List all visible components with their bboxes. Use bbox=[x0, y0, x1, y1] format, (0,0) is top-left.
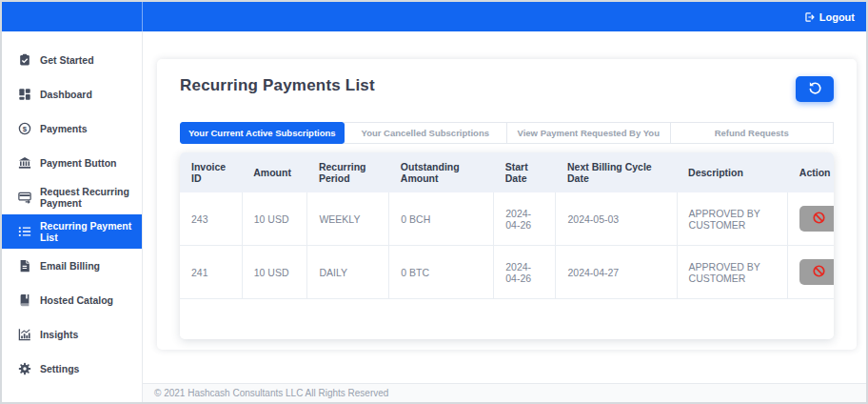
logout-icon bbox=[804, 11, 816, 23]
logout-label: Logout bbox=[819, 11, 855, 23]
tab-refund-requests[interactable]: Refund Requests bbox=[670, 122, 835, 144]
sidebar: Get Started Dashboard $ Payments Payment… bbox=[2, 31, 143, 402]
card-arrow-icon bbox=[18, 191, 31, 204]
main-area: Recurring Payments List Your Current Act… bbox=[143, 31, 866, 402]
logout-button[interactable]: Logout bbox=[804, 11, 855, 23]
gear-icon bbox=[18, 362, 31, 375]
column-header-description: Description bbox=[677, 152, 788, 192]
sidebar-item-label: Payments bbox=[40, 123, 93, 134]
top-navbar: Logout bbox=[2, 2, 866, 31]
sidebar-item-label: Insights bbox=[40, 329, 84, 340]
clipboard-check-icon bbox=[18, 53, 31, 67]
cell-invoice-id: 241 bbox=[180, 246, 242, 299]
subscriptions-table: Invoice ID Amount Recurring Period Outst… bbox=[180, 152, 834, 299]
column-header-amount: Amount bbox=[242, 152, 307, 192]
dollar-circle-icon: $ bbox=[18, 122, 31, 135]
cell-invoice-id: 243 bbox=[180, 192, 242, 246]
sidebar-item-label: Dashboard bbox=[40, 89, 98, 100]
tab-cancelled-subscriptions[interactable]: Your Cancelled Subscriptions bbox=[344, 122, 508, 144]
sidebar-item-payments[interactable]: $ Payments bbox=[2, 111, 142, 146]
subscriptions-table-card: Invoice ID Amount Recurring Period Outst… bbox=[180, 152, 834, 339]
sidebar-item-dashboard[interactable]: Dashboard bbox=[2, 77, 142, 111]
block-icon bbox=[812, 211, 826, 228]
table-row: 241 10 USD DAILY 0 BTC 2024-04-26 2024-0… bbox=[180, 246, 834, 299]
cell-description: APPROVED BY CUSTOMER bbox=[677, 192, 788, 246]
sidebar-item-email-billing[interactable]: Email Billing bbox=[2, 249, 142, 283]
sidebar-item-label: Recurring Payment List bbox=[40, 220, 142, 243]
cell-start-date: 2024-04-26 bbox=[494, 246, 556, 299]
footer: © 2021 Hashcash Consultants LLC All Righ… bbox=[143, 383, 866, 402]
sidebar-item-label: Payment Button bbox=[40, 157, 123, 169]
dashboard-grid-icon bbox=[18, 88, 31, 101]
sidebar-item-label: Settings bbox=[40, 363, 85, 374]
sidebar-item-label: Hosted Catalog bbox=[40, 294, 119, 306]
cell-description: APPROVED BY CUSTOMER bbox=[677, 246, 788, 299]
sidebar-item-label: Request Recurring Payment bbox=[40, 186, 142, 209]
app-window: Logout Get Started Dashboard $ bbox=[0, 0, 868, 404]
page-title: Recurring Payments List bbox=[180, 76, 375, 95]
svg-text:$: $ bbox=[23, 125, 28, 133]
recurring-payments-card: Recurring Payments List Your Current Act… bbox=[157, 59, 857, 350]
cell-action bbox=[788, 246, 834, 299]
refresh-history-button[interactable] bbox=[796, 76, 834, 102]
column-header-invoice-id: Invoice ID bbox=[180, 152, 242, 192]
sidebar-item-payment-button[interactable]: Payment Button bbox=[2, 146, 142, 180]
cancel-subscription-button[interactable] bbox=[799, 259, 834, 285]
sidebar-item-recurring-payment-list[interactable]: Recurring Payment List bbox=[2, 214, 142, 249]
cancel-subscription-button[interactable] bbox=[799, 206, 834, 232]
chart-icon bbox=[18, 328, 31, 341]
column-header-recurring-period: Recurring Period bbox=[307, 152, 389, 192]
sidebar-item-label: Get Started bbox=[40, 54, 100, 66]
copyright-text: © 2021 Hashcash Consultants LLC All Righ… bbox=[154, 388, 388, 398]
sidebar-item-insights[interactable]: Insights bbox=[2, 317, 142, 352]
cell-outstanding-amount: 0 BCH bbox=[389, 192, 494, 246]
cell-next-billing-cycle-date: 2024-04-27 bbox=[556, 246, 677, 299]
sidebar-item-get-started[interactable]: Get Started bbox=[2, 43, 142, 77]
file-icon bbox=[18, 259, 31, 273]
book-icon bbox=[18, 293, 31, 307]
sidebar-item-settings[interactable]: Settings bbox=[2, 352, 142, 386]
column-header-start-date: Start Date bbox=[494, 152, 556, 192]
topbar-brand-area bbox=[2, 2, 143, 31]
bank-icon bbox=[18, 156, 31, 170]
column-header-next-billing-cycle-date: Next Billing Cycle Date bbox=[556, 152, 677, 192]
cell-start-date: 2024-04-26 bbox=[494, 192, 556, 246]
subscription-tabs: Your Current Active Subscriptions Your C… bbox=[180, 122, 834, 144]
sidebar-item-request-recurring-payment[interactable]: Request Recurring Payment bbox=[2, 180, 142, 214]
sidebar-item-hosted-catalog[interactable]: Hosted Catalog bbox=[2, 283, 142, 317]
cell-amount: 10 USD bbox=[242, 192, 307, 246]
tab-current-active-subscriptions[interactable]: Your Current Active Subscriptions bbox=[180, 122, 345, 144]
list-icon bbox=[18, 225, 31, 238]
column-header-outstanding-amount: Outstanding Amount bbox=[389, 152, 494, 192]
content-area: Recurring Payments List Your Current Act… bbox=[143, 31, 866, 383]
cell-amount: 10 USD bbox=[242, 246, 307, 299]
cell-next-billing-cycle-date: 2024-05-03 bbox=[556, 192, 677, 246]
tab-view-payment-requested[interactable]: View Payment Requested By You bbox=[506, 122, 671, 144]
table-header-row: Invoice ID Amount Recurring Period Outst… bbox=[180, 152, 834, 192]
cell-outstanding-amount: 0 BTC bbox=[389, 246, 494, 299]
cell-action bbox=[788, 192, 834, 246]
column-header-action: Action bbox=[788, 152, 834, 192]
table-row: 243 10 USD WEEKLY 0 BCH 2024-04-26 2024-… bbox=[180, 192, 834, 246]
cell-recurring-period: DAILY bbox=[307, 246, 389, 299]
block-icon bbox=[812, 264, 826, 281]
topbar-actions: Logout bbox=[143, 11, 866, 23]
cell-recurring-period: WEEKLY bbox=[307, 192, 389, 246]
sidebar-item-label: Email Billing bbox=[40, 260, 106, 272]
history-icon bbox=[808, 81, 822, 98]
